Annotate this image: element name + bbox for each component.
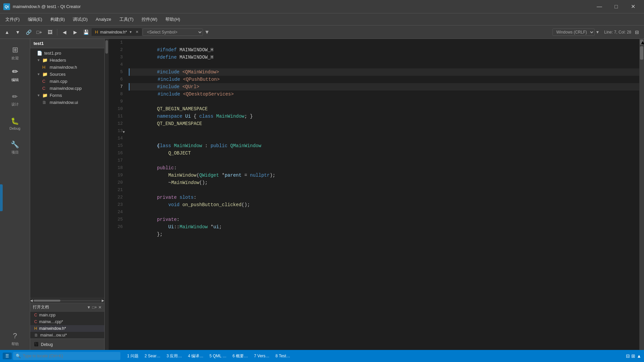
status-item-6[interactable]: 6 概要…	[230, 353, 251, 360]
active-tab[interactable]: H mainwindow.h* ▼ ✕	[92, 28, 142, 36]
hscroll-left-btn[interactable]: ◀	[30, 299, 33, 302]
toolbar-image[interactable]: 🖼	[45, 27, 55, 37]
status-right-controls: ⊟ ⊞ ▲	[626, 353, 641, 359]
doc-icon-maincpp: C	[34, 313, 37, 317]
pro-file-name: test1.pro	[44, 51, 61, 56]
tab-dropdown[interactable]: ▼	[129, 30, 132, 34]
tree-folder-forms[interactable]: ▼ 📁 Forms	[30, 92, 104, 99]
ln-1: 1	[111, 39, 123, 46]
toolbar-save[interactable]: 💾	[81, 27, 91, 37]
toggle-sidebar-btn[interactable]: ☰	[3, 353, 12, 359]
folder-name-forms: Forms	[50, 93, 62, 98]
toolbar-back[interactable]: ◀	[59, 27, 69, 37]
code-line-22: void on_pushButton_clicked();	[129, 194, 641, 201]
open-docs-dropdown[interactable]: ▼	[87, 305, 91, 310]
tab-file-icon: H	[95, 29, 98, 35]
code-content[interactable]: #ifndef MAINWINDOW_H #define MAINWINDOW_…	[125, 39, 644, 231]
ui-file-icon: 🗎	[42, 100, 48, 105]
tree-item-mainwindowui[interactable]: 🗎 mainwindow.ui	[30, 99, 104, 106]
search-input[interactable]	[23, 354, 118, 358]
editor-area[interactable]: ▲ 1 2 3 4 5 6 7 8 9 10 11 12 13 14 15	[109, 39, 644, 350]
maximize-button[interactable]: □	[608, 2, 624, 12]
open-docs-new[interactable]: □+	[92, 305, 97, 310]
toolbar-new-file[interactable]: □+	[34, 27, 44, 37]
tree-folder-sources[interactable]: ▼ 📁 Sources	[30, 71, 104, 78]
cpp-file-icon-main: C	[42, 79, 48, 84]
tree-item-maincpp[interactable]: C main.cpp	[30, 78, 104, 85]
status-item-1[interactable]: 1 问题	[124, 353, 141, 360]
tree-item-pro[interactable]: 📄 test1.pro	[30, 50, 104, 57]
encoding-dropdown[interactable]: Windows (CRLF)	[552, 28, 595, 36]
ln-18: 18	[111, 164, 123, 172]
code-line-21: private slots:	[129, 186, 641, 194]
tab-close-button[interactable]: ✕	[136, 30, 139, 34]
select-symbol-arrow: ▼	[204, 29, 210, 35]
cpp-file-name-main: main.cpp	[50, 79, 67, 84]
menu-analyze[interactable]: Analyze	[92, 15, 115, 23]
menu-build[interactable]: 构建(B)	[46, 15, 69, 24]
h-file-icon: H	[42, 65, 48, 70]
status-item-4[interactable]: 4 编译…	[185, 353, 206, 360]
select-symbol-dropdown[interactable]: <Select Symbol>	[143, 28, 203, 36]
ln-22: 22	[111, 194, 123, 201]
folder-arrow-headers: ▼	[37, 58, 40, 62]
activity-help[interactable]: ? 帮助	[2, 328, 29, 350]
menu-edit[interactable]: 编辑(E)	[24, 15, 46, 24]
left-panel: test1 📄 test1.pro ▼ 📁 Headers H mai	[30, 39, 109, 350]
code-line-18: MainWindow(QWidget *parent = nullptr);	[129, 164, 641, 172]
hscroll-right-btn[interactable]: ▶	[102, 299, 104, 302]
status-item-8[interactable]: 8 Test…	[273, 353, 293, 359]
file-tree: 📄 test1.pro ▼ 📁 Headers H mainwindow.h ▼	[30, 48, 104, 298]
open-doc-maincpp[interactable]: C main.cpp	[30, 312, 104, 318]
code-line-4: #include <QMainWindow>	[129, 61, 641, 68]
open-doc-mainwindowui[interactable]: 🗎 mainwi...ow.ui*	[30, 332, 104, 339]
editor-vscroll-up[interactable]: ▲	[640, 40, 643, 45]
file-tree-hscrollbar[interactable]: ◀ ▶	[30, 298, 104, 303]
toolbar-link[interactable]: 🔗	[23, 27, 34, 37]
activity-edit[interactable]: ✏ 编辑	[2, 64, 29, 86]
open-docs-close[interactable]: ✕	[98, 305, 102, 310]
open-doc-mainwcpp[interactable]: C mainw....cpp*	[30, 318, 104, 325]
activity-design[interactable]: ✏ 设计	[2, 89, 29, 110]
toolbar-split[interactable]: ⊟	[632, 27, 642, 37]
status-more-btn[interactable]: ▲	[637, 353, 641, 359]
toolbar-filter[interactable]: ▼	[13, 27, 23, 37]
close-button[interactable]: ✕	[625, 2, 641, 12]
activity-welcome[interactable]: ⊞ 欢迎	[2, 42, 29, 64]
open-doc-mainwindowh[interactable]: H mainwindow.h*	[30, 325, 104, 332]
file-panel-vscrollbar[interactable]	[105, 39, 109, 350]
menu-tools[interactable]: 工具(T)	[115, 15, 138, 24]
design-icon: ✏	[12, 93, 18, 101]
status-item-2[interactable]: 2 Sear…	[142, 353, 163, 359]
ln-20: 20	[111, 179, 123, 186]
h-file-name: mainwindow.h	[50, 65, 77, 70]
menu-help[interactable]: 帮助(H)	[161, 15, 184, 24]
activity-project[interactable]: 🔧 项目	[2, 137, 29, 158]
doc-name-maincpp: main.cpp	[39, 313, 56, 317]
status-collapse-btn[interactable]: ⊟	[626, 353, 630, 359]
vscrollbar-thumb	[105, 40, 108, 54]
tree-item-mainwindowcpp[interactable]: C mainwindow.cpp	[30, 85, 104, 92]
toolbar-forward[interactable]: ▶	[70, 27, 80, 37]
status-item-3[interactable]: 3 应用…	[164, 353, 184, 360]
ui-file-name: mainwindow.ui	[50, 100, 78, 105]
ln-23: 23	[111, 201, 123, 208]
open-docs-label: 打开文档	[33, 304, 86, 310]
search-bar[interactable]: 🔍	[13, 352, 120, 360]
tree-folder-headers[interactable]: ▼ 📁 Headers	[30, 57, 104, 64]
code-line-7: #include <QDesktopServices>	[129, 83, 641, 90]
status-item-5[interactable]: 5 QML …	[207, 353, 229, 359]
editor-vscrollbar[interactable]: ▲	[639, 39, 644, 350]
menu-debug[interactable]: 调试(D)	[69, 15, 92, 24]
tree-item-mainwindowh[interactable]: H mainwindow.h	[30, 64, 104, 71]
code-line-12	[129, 120, 641, 127]
minimize-button[interactable]: —	[592, 2, 607, 12]
status-item-7[interactable]: 7 Vers…	[251, 353, 272, 359]
help-icon: ?	[13, 331, 17, 340]
toolbar-up-arrow[interactable]: ▲	[2, 27, 12, 37]
menu-widgets[interactable]: 控件(W)	[138, 15, 161, 24]
menu-file[interactable]: 文件(F)	[1, 15, 24, 24]
open-docs-section: 打开文档 ▼ □+ ✕ C main.cpp C mainw....cpp* H…	[30, 303, 104, 339]
status-expand-btn[interactable]: ⊞	[631, 353, 635, 359]
activity-debug[interactable]: 🐛 Debug	[2, 114, 29, 134]
